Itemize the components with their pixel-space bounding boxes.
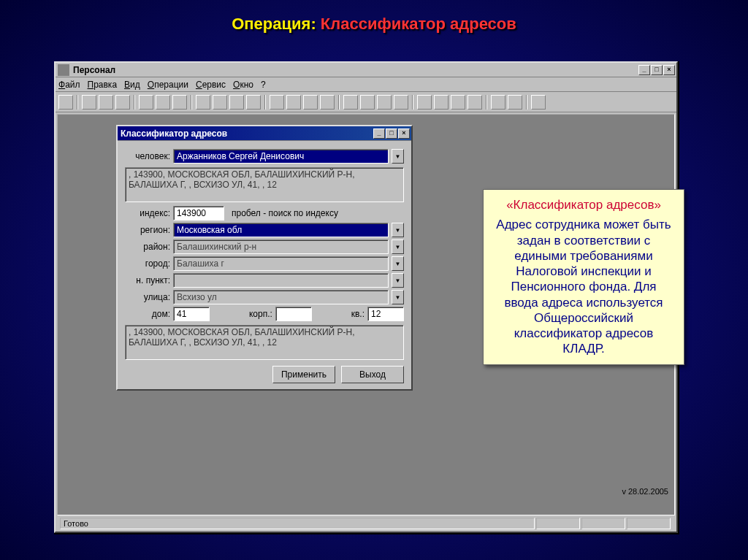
slide-title-value: Классификатор адресов (321, 15, 516, 33)
tool-icon[interactable] (531, 95, 546, 110)
toolbar-separator (264, 95, 266, 110)
person-label: человек: (125, 151, 170, 161)
menu-file[interactable]: Файл (58, 80, 80, 90)
tool-icon[interactable] (99, 95, 113, 110)
tool-icon[interactable] (394, 95, 408, 110)
statusbar: Готово (57, 517, 675, 530)
dialog-maximize-button[interactable]: □ (386, 129, 397, 139)
tool-icon[interactable] (172, 95, 187, 110)
ulitsa-label: улица: (125, 292, 170, 302)
status-segment (581, 518, 625, 529)
ulitsa-dropdown-button[interactable]: ▼ (392, 290, 404, 304)
kv-field[interactable]: 12 (367, 307, 404, 321)
dialog-body: человек: Аржанников Сергей Денисович ▼ ,… (118, 141, 411, 389)
slide-title-label: Операция: (232, 15, 316, 33)
tool-icon[interactable] (491, 95, 505, 110)
dialog-minimize-button[interactable]: _ (373, 129, 385, 139)
toolbar-separator (338, 95, 340, 110)
apply-button[interactable]: Применить (272, 366, 335, 383)
kv-label: кв.: (351, 309, 365, 319)
ulitsa-field[interactable]: Всхизо ул (173, 290, 389, 304)
address-preview-bottom: , 143900, МОСКОВСКАЯ ОБЛ, БАЛАШИХИНСКИЙ … (125, 325, 404, 360)
maximize-button[interactable]: □ (651, 65, 663, 75)
tool-icon[interactable] (139, 95, 153, 110)
tool-icon[interactable] (229, 95, 244, 110)
tool-icon[interactable] (213, 95, 227, 110)
address-dialog: Классификатор адресов _ □ × человек: Арж… (116, 125, 413, 391)
index-hint: пробел - поиск по индексу (227, 208, 338, 218)
minimize-button[interactable]: _ (638, 65, 650, 75)
status-segment (627, 518, 671, 529)
main-titlebar[interactable]: Персонал _ □ × (56, 63, 676, 77)
index-field[interactable]: 143900 (173, 206, 224, 220)
callout-body: Адрес сотрудника может быть задан в соот… (492, 217, 675, 356)
tool-icon[interactable] (343, 95, 358, 110)
tool-icon[interactable] (58, 95, 73, 110)
tool-icon[interactable] (286, 95, 301, 110)
toolbar-separator (526, 95, 527, 110)
tool-icon[interactable] (320, 95, 335, 110)
tool-icon[interactable] (246, 95, 261, 110)
menu-service[interactable]: Сервис (196, 80, 226, 90)
close-button[interactable]: × (663, 65, 675, 75)
dom-label: дом: (125, 309, 170, 319)
menubar: Файл Правка Вид Операции Сервис Окно ? (56, 77, 676, 92)
dialog-title: Классификатор адресов (118, 129, 373, 139)
app-icon (58, 64, 69, 76)
npunkt-label: н. пункт: (125, 275, 170, 285)
gorod-field[interactable]: Балашиха г (173, 256, 389, 271)
menu-help[interactable]: ? (261, 80, 266, 90)
korp-label: корп.: (249, 309, 272, 319)
tool-icon[interactable] (468, 95, 482, 110)
tool-icon[interactable] (303, 95, 318, 110)
address-preview-top: , 143900, МОСКОВСКАЯ ОБЛ, БАЛАШИХИНСКИЙ … (125, 167, 404, 202)
toolbar-separator (486, 95, 487, 110)
dialog-titlebar[interactable]: Классификатор адресов _ □ × (118, 126, 411, 141)
tool-icon[interactable] (270, 95, 284, 110)
info-callout: «Классификатор адресов» Адрес сотрудника… (483, 189, 684, 365)
workspace: Классификатор адресов _ □ × человек: Арж… (57, 114, 675, 515)
person-dropdown-button[interactable]: ▼ (392, 149, 404, 164)
tool-icon[interactable] (156, 95, 170, 110)
main-window: Персонал _ □ × Файл Правка Вид Операции … (54, 61, 678, 533)
status-text: Готово (60, 518, 535, 529)
toolbar-separator (412, 95, 413, 110)
main-window-title: Персонал (72, 65, 638, 75)
rayon-field[interactable]: Балашихинский р-н (173, 239, 389, 254)
menu-view[interactable]: Вид (124, 80, 140, 90)
menu-ops[interactable]: Операции (148, 80, 188, 90)
dom-field[interactable]: 41 (173, 307, 210, 321)
korp-field[interactable] (275, 307, 312, 321)
npunkt-dropdown-button[interactable]: ▼ (392, 273, 404, 288)
gorod-dropdown-button[interactable]: ▼ (392, 256, 404, 271)
tool-icon[interactable] (377, 95, 392, 110)
version-label: v 28.02.2005 (622, 487, 668, 496)
toolbar-separator (191, 95, 192, 110)
tool-icon[interactable] (451, 95, 465, 110)
toolbar-separator (134, 95, 135, 110)
rayon-label: район: (125, 242, 170, 252)
toolbar-separator (77, 95, 78, 110)
tool-icon[interactable] (417, 95, 432, 110)
person-field[interactable]: Аржанников Сергей Денисович (173, 149, 389, 164)
tool-icon[interactable] (115, 95, 130, 110)
region-dropdown-button[interactable]: ▼ (392, 223, 404, 237)
tool-icon[interactable] (196, 95, 210, 110)
status-segment (536, 518, 580, 529)
menu-window[interactable]: Окно (233, 80, 253, 90)
rayon-dropdown-button[interactable]: ▼ (392, 239, 404, 254)
npunkt-field[interactable] (173, 273, 389, 288)
exit-button[interactable]: Выход (341, 366, 404, 383)
gorod-label: город: (125, 258, 170, 269)
index-label: индекс: (125, 208, 170, 218)
tool-icon[interactable] (508, 95, 522, 110)
tool-icon[interactable] (82, 95, 96, 110)
dialog-close-button[interactable]: × (398, 129, 410, 139)
menu-edit[interactable]: Правка (88, 80, 118, 90)
region-field[interactable]: Московская обл (173, 223, 389, 237)
region-label: регион: (125, 225, 170, 235)
tool-icon[interactable] (360, 95, 375, 110)
toolbar (56, 92, 676, 112)
tool-icon[interactable] (434, 95, 449, 110)
slide-title: Операция: Классификатор адресов (0, 0, 748, 41)
